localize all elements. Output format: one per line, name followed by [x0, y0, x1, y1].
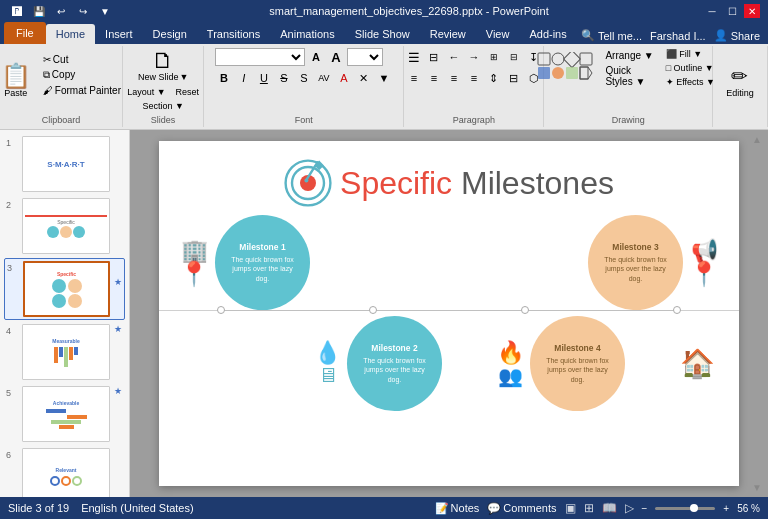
slide-thumb-3[interactable]: 3 Specific ★ [4, 258, 125, 320]
reading-view-button[interactable]: 📖 [602, 501, 617, 515]
normal-view-button[interactable]: ▣ [565, 501, 576, 515]
tab-file[interactable]: File [4, 22, 46, 44]
quick-styles-button[interactable]: QuickStyles ▼ [601, 64, 657, 88]
increase-indent-button[interactable]: → [465, 48, 483, 66]
align-right-button[interactable]: ≡ [445, 69, 463, 87]
slide-thumb-6[interactable]: 6 Relevant [4, 446, 125, 497]
columns-button[interactable]: ⊟ [505, 48, 523, 66]
bold-button[interactable]: B [215, 69, 233, 87]
tab-addins[interactable]: Add-ins [519, 24, 576, 44]
shape-fill-button[interactable]: ⬛ Fill ▼ [662, 48, 719, 60]
increase-font-button[interactable]: A [327, 48, 345, 66]
timeline-dot-3 [521, 306, 529, 314]
maximize-button[interactable]: ☐ [724, 4, 740, 18]
font-color-dropdown[interactable]: ▼ [375, 69, 393, 87]
slide-2-thumbnail: Specific [22, 198, 110, 254]
format-painter-button[interactable]: 🖌 Format Painter [39, 84, 125, 97]
editing-button[interactable]: ✏ Editing [720, 62, 760, 100]
font-color-button[interactable]: A [335, 69, 353, 87]
clear-format-button[interactable]: ✕ [355, 69, 373, 87]
align-text-button[interactable]: ⊟ [505, 69, 523, 87]
decrease-indent-button[interactable]: ← [445, 48, 463, 66]
shape-outline-button[interactable]: □ Outline ▼ [662, 62, 719, 74]
milestone-3-text: The quick brown fox jumps over the lazy … [598, 255, 673, 282]
tab-home[interactable]: Home [46, 24, 95, 44]
new-slide-dropdown-icon[interactable]: ▼ [179, 72, 188, 82]
customize-qat-button[interactable]: ▼ [96, 2, 114, 20]
animation-marker-3: ★ [114, 277, 122, 287]
animation-marker-5: ★ [114, 386, 122, 396]
shape-effects-button[interactable]: ✦ Effects ▼ [662, 76, 719, 88]
title-bar-controls: ─ ☐ ✕ [704, 4, 760, 18]
text-direction-button[interactable]: ⇕ [485, 69, 503, 87]
slide-thumb-4[interactable]: 4 Measurable ★ [4, 322, 125, 382]
underline-button[interactable]: U [255, 69, 273, 87]
slide-panel[interactable]: 1 S·M·A·R·T 2 Specific [0, 130, 130, 497]
app-icon: 🅿 [8, 2, 26, 20]
tab-review[interactable]: Review [420, 24, 476, 44]
layout-button[interactable]: Layout ▼ [123, 86, 169, 98]
tab-design[interactable]: Design [143, 24, 197, 44]
slide-6-thumbnail: Relevant [22, 448, 110, 497]
tab-slideshow[interactable]: Slide Show [345, 24, 420, 44]
justify-button[interactable]: ≡ [465, 69, 483, 87]
comments-button[interactable]: 💬 Comments [487, 502, 556, 515]
new-slide-button[interactable]: 🗋 New Slide ▼ [134, 48, 192, 84]
save-qat-button[interactable]: 💾 [30, 2, 48, 20]
minimize-button[interactable]: ─ [704, 4, 720, 18]
scroll-up-arrow[interactable]: ▲ [752, 134, 762, 145]
slideshow-button[interactable]: ▷ [625, 501, 634, 515]
slide-thumb-5[interactable]: 5 Achievable ★ [4, 384, 125, 444]
slide-thumb-1[interactable]: 1 S·M·A·R·T [4, 134, 125, 194]
slide-content-area[interactable]: ▲ Specific Milestones [130, 130, 768, 497]
copy-button[interactable]: ⧉ Copy [39, 68, 125, 82]
user-account[interactable]: Farshad I... [650, 30, 706, 42]
milestone-4-text: The quick brown fox jumps over the lazy … [540, 356, 615, 383]
animation-marker-4: ★ [114, 324, 122, 334]
section-button[interactable]: Section ▼ [138, 100, 187, 112]
flame-icon: 🔥 [497, 340, 524, 366]
undo-qat-button[interactable]: ↩ [52, 2, 70, 20]
tab-animations[interactable]: Animations [270, 24, 344, 44]
font-name-select[interactable] [215, 48, 305, 66]
share-button[interactable]: 👤 Share [714, 29, 760, 42]
tell-me-button[interactable]: 🔍 Tell me... [581, 29, 642, 42]
slide-count: Slide 3 of 19 [8, 502, 69, 514]
ribbon-tabs: File Home Insert Design Transitions Anim… [0, 22, 768, 44]
strikethrough-button[interactable]: S [275, 69, 293, 87]
tab-transitions[interactable]: Transitions [197, 24, 270, 44]
center-button[interactable]: ≡ [425, 69, 443, 87]
italic-button[interactable]: I [235, 69, 253, 87]
zoom-in-button[interactable]: + [723, 503, 729, 514]
numbering-button[interactable]: ⊟ [425, 48, 443, 66]
milestone-3-bubble: Milestone 3 The quick brown fox jumps ov… [588, 215, 683, 310]
slide-thumb-2[interactable]: 2 Specific [4, 196, 125, 256]
zoom-slider[interactable] [655, 507, 715, 510]
shadow-button[interactable]: S [295, 69, 313, 87]
redo-qat-button[interactable]: ↪ [74, 2, 92, 20]
scroll-down-arrow[interactable]: ▼ [752, 482, 762, 493]
notes-button[interactable]: 📝 Notes [435, 502, 480, 515]
bullets-button[interactable]: ☰ [405, 48, 423, 66]
reset-button[interactable]: Reset [172, 86, 204, 98]
close-button[interactable]: ✕ [744, 4, 760, 18]
paste-button[interactable]: 📋 Paste [0, 62, 35, 100]
smart-art-button[interactable]: ⊞ [485, 48, 503, 66]
char-spacing-button[interactable]: AV [315, 69, 333, 87]
arrange-button[interactable]: Arrange ▼ [601, 49, 657, 62]
slide-5-thumbnail: Achievable [22, 386, 110, 442]
tab-insert[interactable]: Insert [95, 24, 143, 44]
new-slide-icon: 🗋 [152, 50, 174, 72]
align-left-button[interactable]: ≡ [405, 69, 423, 87]
decrease-font-button[interactable]: A [307, 48, 325, 66]
zoom-level[interactable]: 56 % [737, 503, 760, 514]
tab-view[interactable]: View [476, 24, 520, 44]
zoom-out-button[interactable]: − [642, 503, 648, 514]
svg-rect-7 [580, 67, 588, 79]
slide-sorter-button[interactable]: ⊞ [584, 501, 594, 515]
cut-button[interactable]: ✂ Cut [39, 53, 125, 66]
font-size-select[interactable] [347, 48, 383, 66]
svg-rect-2 [564, 52, 581, 67]
slide-canvas[interactable]: Specific Milestones [159, 141, 739, 486]
slides-label: Slides [123, 115, 204, 125]
